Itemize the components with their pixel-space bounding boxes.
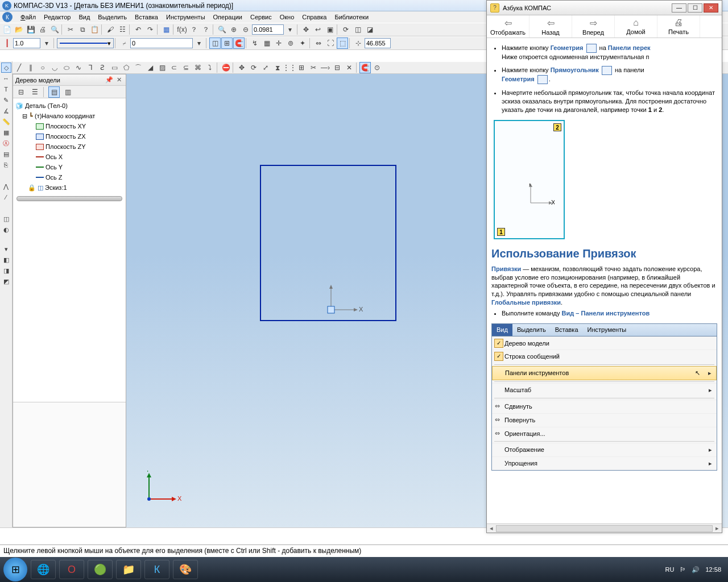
fillet-btn[interactable]: ⌒ xyxy=(133,62,144,73)
spec2-panel-icon[interactable]: ◧ xyxy=(1,255,11,265)
drop-orient[interactable]: Ориентация... xyxy=(492,427,717,440)
cut-button[interactable]: ✂ xyxy=(65,24,76,35)
bezier-btn[interactable]: Ƨ xyxy=(97,62,108,73)
move-btn[interactable]: ✥ xyxy=(236,62,247,73)
mbar-select[interactable]: Выделить xyxy=(512,324,551,336)
mbar-view[interactable]: Вид xyxy=(492,324,512,336)
tree-axis-x[interactable]: Ось X xyxy=(46,153,63,160)
tray-flag-icon[interactable]: 🏳 xyxy=(680,566,686,573)
tree-plane-zx[interactable]: Плоскость ZX xyxy=(46,133,86,140)
tree-plane-zy[interactable]: Плоскость ZY xyxy=(46,143,86,150)
line2-panel-icon[interactable]: ∕ xyxy=(1,192,11,202)
drop-toolbars[interactable]: Панели инструментов↖ xyxy=(492,366,717,380)
help-show-button[interactable]: ⇦Отображать xyxy=(487,15,530,38)
sketch-mode-button[interactable]: ◫ xyxy=(209,38,221,49)
tree-scrollbar[interactable] xyxy=(16,196,122,201)
help-cursor-button[interactable]: ？ xyxy=(188,24,200,35)
help-fwd-button[interactable]: ⇨Вперед xyxy=(572,15,615,38)
wireframe-button[interactable]: ◫ xyxy=(352,24,363,35)
tree-close-icon[interactable]: ✕ xyxy=(115,76,123,83)
app-logo-icon[interactable]: К xyxy=(2,12,13,22)
task-chrome[interactable]: 🟢 xyxy=(88,560,113,579)
copy-props-button[interactable]: 🖌 xyxy=(105,24,116,35)
full-button[interactable]: ⛶ xyxy=(325,38,336,49)
zoom-frame-button[interactable]: 🔍 xyxy=(216,24,228,35)
tray-lang[interactable]: RU xyxy=(665,566,675,573)
undo-button[interactable]: ↶ xyxy=(133,24,144,35)
menu-window[interactable]: Окно xyxy=(276,13,298,22)
arc-btn[interactable]: ◡ xyxy=(49,62,60,73)
polygon-btn[interactable]: ⬠ xyxy=(121,62,132,73)
help-hscroll[interactable]: ◂ ▸ xyxy=(487,523,722,533)
menu-tools[interactable]: Инструменты xyxy=(163,13,209,22)
break-btn[interactable]: ⊟ xyxy=(332,62,343,73)
mbar-insert[interactable]: Вставка xyxy=(551,324,583,336)
polyline-btn[interactable]: ⅂ xyxy=(85,62,96,73)
dims-button[interactable]: ⇔ xyxy=(313,38,324,49)
aux-panel-icon[interactable]: ⋀ xyxy=(1,181,11,192)
scroll-right-icon[interactable]: ▸ xyxy=(713,525,722,532)
style-width-input[interactable] xyxy=(13,38,40,48)
layer-input[interactable] xyxy=(130,38,193,48)
new-button[interactable]: 📄 xyxy=(1,24,13,35)
report2-panel-icon[interactable]: ◨ xyxy=(1,265,11,276)
zoom-input[interactable] xyxy=(252,24,284,35)
hatch-btn[interactable]: ▨ xyxy=(156,62,168,73)
mbar-tools[interactable]: Инструменты xyxy=(583,324,631,336)
system-tray[interactable]: RU 🏳 🔊 12:58 xyxy=(665,566,725,573)
chamfer-btn[interactable]: ◢ xyxy=(144,62,156,73)
perspective-button[interactable]: ⬚ xyxy=(337,38,348,49)
layer-icon[interactable]: ⌿ xyxy=(118,38,130,49)
array2-btn[interactable]: ⊞ xyxy=(296,62,307,73)
dims-panel-icon[interactable]: ↔ xyxy=(1,73,11,84)
tray-volume-icon[interactable]: 🔊 xyxy=(692,566,700,573)
drop-rotate[interactable]: Повернуть xyxy=(492,413,717,427)
edit-panel-icon[interactable]: ✎ xyxy=(1,95,11,105)
redo-button[interactable]: ↷ xyxy=(144,24,156,35)
parallel-btn[interactable]: ∥ xyxy=(25,62,36,73)
drop-scale[interactable]: Масштаб xyxy=(492,383,717,397)
offset-btn[interactable]: ⊂ xyxy=(168,62,180,73)
elem-panel-icon[interactable]: ◩ xyxy=(1,276,11,286)
menu-ops[interactable]: Операции xyxy=(210,13,246,22)
fit-button[interactable]: ▣ xyxy=(324,24,336,35)
sketch-panel-icon[interactable]: ◫ xyxy=(1,214,11,224)
menu-insert[interactable]: Вставка xyxy=(131,13,162,22)
drop-pan[interactable]: Сдвинуть xyxy=(492,400,717,413)
equid-btn[interactable]: ⊆ xyxy=(180,62,192,73)
help-context-button[interactable]: ？ xyxy=(200,24,212,35)
snap-global-btn[interactable]: 🧲 xyxy=(359,62,371,73)
shaded-button[interactable]: ◪ xyxy=(364,24,375,35)
zoom-prev-button[interactable]: ↩ xyxy=(312,24,324,35)
task-kompas[interactable]: К xyxy=(144,560,169,579)
help-content[interactable]: Нажмите кнопку Геометрия на Панели перек… xyxy=(487,38,722,523)
ellipse-btn[interactable]: ⬭ xyxy=(61,62,72,73)
filter-panel-icon[interactable]: ▾ xyxy=(1,244,11,254)
select-panel-icon[interactable]: ▦ xyxy=(1,127,11,138)
param-panel-icon[interactable]: ∡ xyxy=(1,106,11,116)
grid-button[interactable]: ▦ xyxy=(261,38,272,49)
line-btn[interactable]: ╱ xyxy=(13,62,24,73)
paste-button[interactable]: 📋 xyxy=(89,24,100,35)
lcs-button[interactable]: ✦ xyxy=(297,38,308,49)
snap-button[interactable]: 🧲 xyxy=(233,38,245,49)
rect-btn[interactable]: ▭ xyxy=(109,62,120,73)
help-print-button[interactable]: 🖨Печать xyxy=(657,15,700,38)
tree-axis-y[interactable]: Ось Y xyxy=(46,164,63,171)
collect-btn[interactable]: ⌘ xyxy=(192,62,204,73)
tree-root[interactable]: Деталь (Тел-0) xyxy=(25,102,68,109)
param-button[interactable]: ↯ xyxy=(249,38,260,49)
task-explorer[interactable]: 📁 xyxy=(116,560,141,579)
surf-panel-icon[interactable]: ◐ xyxy=(1,225,11,235)
help-min-button[interactable]: — xyxy=(672,3,686,13)
help-home-button[interactable]: ⌂Домой xyxy=(615,15,657,38)
menu-file[interactable]: Файл xyxy=(17,13,39,22)
mirror-btn[interactable]: ⧗ xyxy=(272,62,283,73)
print-button[interactable]: 🖨 xyxy=(37,24,48,35)
tree-mode2-icon[interactable]: ▥ xyxy=(62,86,73,98)
tree-pin-icon[interactable]: 📌 xyxy=(104,76,115,83)
spec-panel-icon[interactable]: Ⓐ xyxy=(1,138,11,148)
trim-btn[interactable]: ✂ xyxy=(308,62,319,73)
zoom-in-button[interactable]: ⊕ xyxy=(228,24,239,35)
insert-panel-icon[interactable]: ⎘ xyxy=(1,160,11,170)
